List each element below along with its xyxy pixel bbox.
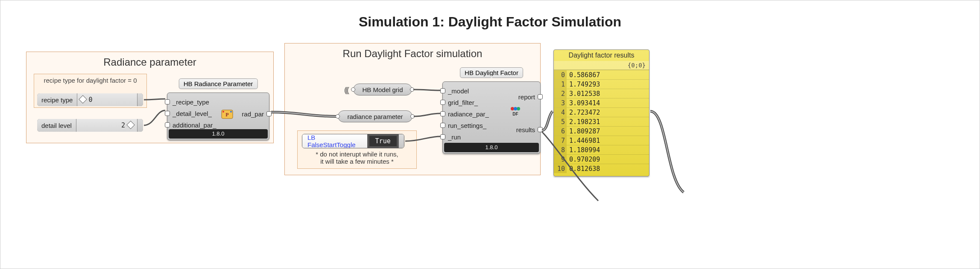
radiance-version: 1.8.0	[169, 129, 268, 139]
node-hb-radiance-parameter[interactable]: HB Radiance Parameter _recipe_type _deta…	[167, 93, 269, 140]
input-model: _model	[448, 87, 469, 95]
df-version: 1.8.0	[444, 143, 539, 152]
row-index: 8	[554, 145, 567, 154]
port-out[interactable]	[538, 127, 543, 132]
node-tag-df: HB Daylight Factor	[460, 67, 523, 78]
slider-recipe-value: 0	[88, 96, 92, 104]
results-row: 33.093414	[554, 98, 649, 107]
slider-recipe-type[interactable]: recipe type 0	[37, 93, 143, 106]
toggle-note-line2: it will take a few minutes *	[297, 158, 417, 165]
relay-model-grid-label: HB Model grid	[362, 86, 403, 93]
row-value: 1.180994	[567, 145, 649, 154]
port-in[interactable]	[440, 134, 445, 139]
results-row: 100.812638	[554, 164, 649, 173]
svg-point-3	[230, 111, 232, 113]
output-report: report	[518, 93, 535, 101]
diamond-icon[interactable]	[79, 95, 87, 104]
input-detail-level: _detail_level_	[173, 110, 212, 117]
diamond-icon[interactable]	[126, 121, 135, 129]
results-title: Daylight factor results	[554, 50, 649, 61]
row-value: 2.723472	[567, 108, 649, 117]
results-row: 11.749293	[554, 79, 649, 89]
relay-hb-model-grid[interactable]: ((( HB Model grid	[353, 84, 412, 95]
row-value: 2.198231	[567, 117, 649, 126]
row-index: 4	[554, 108, 567, 117]
df-outputs: report results	[516, 91, 535, 136]
results-row: 71.446981	[554, 136, 649, 145]
port-in[interactable]	[165, 122, 170, 127]
input-run-settings: run_settings_	[448, 122, 486, 129]
page-title: Simulation 1: Daylight Factor Simulation	[0, 14, 980, 30]
row-value: 0.970209	[567, 155, 649, 164]
row-index: 1	[554, 80, 567, 89]
row-index: 9	[554, 155, 567, 164]
toggle-label: LB FalseStartToggle	[302, 134, 368, 148]
output-results: results	[516, 126, 535, 133]
port-in[interactable]	[440, 123, 445, 128]
port-out[interactable]	[410, 87, 414, 92]
group-run-title: Run Daylight Factor simulation	[285, 48, 540, 60]
port-in[interactable]	[440, 100, 445, 105]
hb-radiance-icon: P	[221, 108, 234, 120]
relay-radiance-param-label: radiance parameter	[347, 113, 403, 120]
slider-detail-value: 2	[121, 121, 125, 129]
input-radiance-par: radiance_par_	[448, 110, 489, 118]
port-in[interactable]	[440, 88, 445, 93]
group-radiance-title: Radiance parameter	[26, 56, 273, 68]
radiance-inputs: _recipe_type _detail_level_ additional_p…	[173, 96, 216, 131]
slider-grip[interactable]	[137, 119, 143, 132]
row-value: 1.749293	[567, 80, 649, 89]
toggle-grip[interactable]	[398, 134, 404, 148]
slider-grip[interactable]	[137, 93, 143, 106]
output-rad-par: rad_par	[242, 110, 264, 118]
row-index: 6	[554, 127, 567, 136]
row-value: 0.812638	[567, 164, 649, 173]
row-index: 3	[554, 98, 567, 107]
port-out[interactable]	[266, 111, 272, 116]
results-row: 90.970209	[554, 154, 649, 164]
row-value: 1.809287	[567, 127, 649, 136]
slider-detail-label: detail level	[37, 119, 76, 132]
canvas[interactable]: Simulation 1: Daylight Factor Simulation…	[0, 0, 980, 269]
port-in[interactable]	[165, 99, 170, 104]
df-inputs: _model grid_filter_ radiance_par_ run_se…	[448, 85, 489, 143]
port-in[interactable]	[351, 87, 355, 92]
row-value: 1.446981	[567, 136, 649, 145]
svg-point-4	[511, 107, 514, 110]
slider-detail-track[interactable]: 2	[76, 119, 137, 132]
results-row: 61.809287	[554, 126, 649, 136]
row-value: 3.012538	[567, 89, 649, 98]
recipe-hint-text: recipe type for daylight factor = 0	[34, 77, 146, 84]
port-in[interactable]	[336, 114, 340, 119]
row-value: 0.586867	[567, 70, 649, 79]
port-out[interactable]	[410, 114, 415, 119]
results-row: 23.012538	[554, 89, 649, 98]
svg-point-2	[222, 111, 224, 113]
panel-daylight-factor-results[interactable]: Daylight factor results {0;0} 00.586867 …	[553, 49, 649, 176]
row-index: 2	[554, 89, 567, 98]
input-grid-filter: grid_filter_	[448, 99, 478, 106]
node-tag-radiance: HB Radiance Parameter	[179, 78, 258, 89]
slider-recipe-label: recipe type	[37, 93, 77, 106]
input-additional-par: additional_par_	[173, 121, 216, 129]
results-row: 52.198231	[554, 117, 649, 126]
slider-detail-level[interactable]: detail level 2	[37, 119, 143, 132]
toggle-note-line1: * do not interupt while it runs,	[297, 150, 417, 158]
radiance-outputs: rad_par	[242, 108, 264, 120]
row-value: 3.093414	[567, 98, 649, 107]
port-out[interactable]	[538, 94, 543, 99]
port-in[interactable]	[440, 111, 445, 116]
toggle-warning-note: * do not interupt while it runs, it will…	[297, 150, 417, 165]
svg-text:P: P	[225, 112, 228, 118]
results-row: 00.586867	[554, 70, 649, 79]
toggle-value[interactable]: True	[368, 134, 398, 148]
results-row: 42.723472	[554, 107, 649, 117]
relay-radiance-parameter[interactable]: radiance parameter	[338, 110, 412, 122]
slider-recipe-track[interactable]: 0	[77, 93, 137, 106]
input-recipe-type: _recipe_type	[173, 98, 209, 106]
results-tree-header: {0;0}	[554, 61, 649, 70]
node-hb-daylight-factor[interactable]: HB Daylight Factor _model grid_filter_ r…	[442, 81, 541, 154]
port-in[interactable]	[165, 111, 170, 116]
toggle-false-start[interactable]: LB FalseStartToggle True	[302, 134, 404, 148]
row-index: 0	[554, 70, 567, 79]
